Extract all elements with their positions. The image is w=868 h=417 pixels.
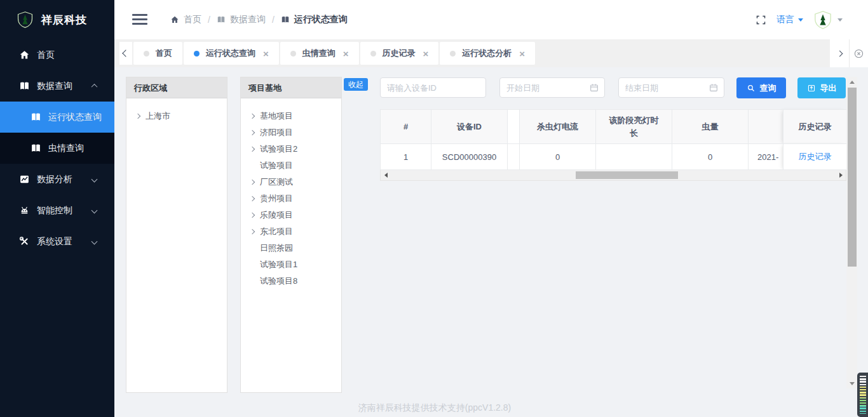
close-icon[interactable]: × (343, 49, 349, 58)
col-index: # (381, 110, 431, 144)
tree-node[interactable]: 试验项目8 (241, 273, 341, 289)
expand-arrow-icon[interactable] (250, 147, 255, 152)
sidebar-item-label: 系统设置 (37, 236, 72, 248)
tree-node[interactable]: 济阳项目 (241, 124, 341, 141)
tree-node[interactable]: 试验项目2 (241, 141, 341, 157)
tree-node-label: 试验项目1 (260, 259, 297, 270)
tree-node[interactable]: 厂区测试 (241, 174, 341, 190)
language-selector[interactable]: 语言 (776, 14, 803, 25)
breadcrumb-label: 运行状态查询 (294, 14, 348, 25)
chevron-down-icon (798, 18, 803, 22)
hamburger-menu-button[interactable] (132, 14, 147, 25)
tree-node-label: 上海市 (146, 110, 170, 122)
chevron-right-icon (836, 50, 843, 56)
tabs-scroll-right-button[interactable] (830, 39, 849, 67)
end-date-field-wrap (618, 77, 724, 98)
robot-icon (19, 205, 30, 216)
col-light-duration: 该阶段亮灯时长 (596, 110, 672, 144)
tree-node[interactable]: 东北项目 (241, 223, 341, 240)
query-button[interactable]: 查询 (736, 77, 786, 98)
tab-pest-query[interactable]: 虫情查询 × (280, 42, 359, 65)
results-table: # 设备ID 杀虫灯电流 该阶段亮灯时长 虫量 历史记录 1 SCD000003… (380, 109, 847, 170)
device-id-input[interactable] (380, 77, 486, 98)
user-menu[interactable] (813, 10, 843, 30)
close-icon[interactable]: × (263, 49, 269, 58)
breadcrumb-item-data-query[interactable]: 数据查询 (217, 14, 266, 25)
col-time-clipped (749, 110, 783, 144)
scroll-down-arrow-icon[interactable] (846, 378, 857, 388)
tab-home[interactable]: 首页 (133, 42, 182, 65)
expand-arrow-icon[interactable] (250, 180, 255, 185)
tools-icon (19, 236, 30, 247)
sidebar-item-smart-control[interactable]: 智能控制 (0, 195, 114, 226)
chevron-down-icon (92, 176, 98, 183)
tree-node[interactable]: 日照茶园 (241, 240, 341, 256)
tree-node[interactable]: 基地项目 (241, 108, 341, 124)
tree-node[interactable]: 乐陵项目 (241, 207, 341, 223)
top-header: 首页 / 数据查询 / 运行状态查询 语言 (114, 0, 868, 39)
book-icon (31, 112, 41, 122)
content-vertical-scrollbar[interactable] (846, 77, 857, 388)
sidebar-item-system-settings[interactable]: 系统设置 (0, 226, 114, 257)
col-device-id: 设备ID (431, 110, 508, 144)
circled-close-icon (853, 48, 864, 59)
close-icon[interactable]: × (519, 49, 525, 58)
expand-arrow-icon[interactable] (250, 196, 255, 201)
tab-strip: 首页 运行状态查询 × 虫情查询 × 历史记录 × 运行状态分析 × (114, 39, 868, 67)
results-table-zone: # 设备ID 杀虫灯电流 该阶段亮灯时长 虫量 历史记录 1 SCD000003… (380, 109, 846, 181)
col-lamp-current: 杀虫灯电流 (520, 110, 596, 144)
scroll-up-arrow-icon[interactable] (846, 77, 857, 87)
tabs-scroll-left-button[interactable] (119, 42, 132, 65)
book-icon (19, 81, 30, 91)
vertical-scrollbar-thumb[interactable] (848, 88, 857, 267)
collapse-panels-button[interactable]: 收起 (344, 78, 368, 91)
sidebar-item-data-analysis[interactable]: 数据分析 (0, 164, 114, 195)
expand-arrow-icon[interactable] (250, 114, 255, 119)
sidebar-item-home[interactable]: 首页 (0, 39, 114, 70)
minimap-stripes (860, 376, 866, 414)
expand-arrow-icon[interactable] (250, 229, 255, 234)
header-right-controls: 语言 (756, 0, 843, 39)
breadcrumb-item-home[interactable]: 首页 (170, 14, 201, 25)
tab-run-status-analysis[interactable]: 运行状态分析 × (440, 42, 535, 65)
history-record-link[interactable]: 历史记录 (799, 152, 832, 161)
sidebar-nav: 首页 数据查询 运行状态查询 虫情查询 数据分析 (0, 39, 114, 257)
close-icon[interactable]: × (423, 49, 429, 58)
tree-node[interactable]: 贵州项目 (241, 190, 341, 207)
cell-time-clipped: 2021- (749, 144, 783, 170)
breadcrumb-separator: / (272, 15, 275, 25)
scroll-left-arrow-icon[interactable] (381, 170, 391, 180)
tree-node-label: 试验项目 (260, 160, 293, 171)
col-history: 历史记录 (783, 110, 847, 144)
horizontal-scrollbar-thumb[interactable] (576, 171, 678, 179)
cell-lamp-current: 0 (520, 144, 596, 170)
export-button[interactable]: 导出 (797, 77, 846, 98)
expand-arrow-icon[interactable] (135, 114, 140, 119)
tree-node[interactable]: 试验项目1 (241, 256, 341, 273)
sidebar-item-run-status-query[interactable]: 运行状态查询 (0, 102, 114, 133)
sidebar-item-pest-query[interactable]: 虫情查询 (0, 133, 114, 164)
expand-arrow-icon[interactable] (250, 213, 255, 218)
fullscreen-icon[interactable] (756, 15, 766, 25)
open-tabs: 首页 运行状态查询 × 虫情查询 × 历史记录 × 运行状态分析 × (133, 42, 535, 65)
tab-history[interactable]: 历史记录 × (360, 42, 439, 65)
table-horizontal-scrollbar[interactable] (380, 170, 846, 181)
expand-arrow-icon[interactable] (250, 130, 255, 135)
tab-dot-icon (290, 51, 296, 56)
sidebar-item-label: 运行状态查询 (48, 112, 102, 123)
tree-node[interactable]: 试验项目 (241, 157, 341, 174)
close-all-tabs-button[interactable] (849, 39, 868, 67)
tab-dot-icon (144, 51, 149, 56)
tree-node-shanghai[interactable]: 上海市 (126, 108, 227, 124)
cell-index: 1 (381, 144, 431, 170)
col-clipped (508, 110, 520, 144)
project-panel-title: 项目基地 (241, 77, 341, 98)
calendar-icon (709, 83, 719, 93)
book-icon (281, 15, 290, 24)
sidebar-item-data-query[interactable]: 数据查询 (0, 70, 114, 102)
scroll-right-arrow-icon[interactable] (836, 170, 846, 180)
logo-shield-icon (17, 10, 34, 29)
tree-node-label: 基地项目 (260, 110, 293, 122)
tab-run-status-query[interactable]: 运行状态查询 × (184, 42, 279, 65)
region-tree: 上海市 (126, 98, 227, 124)
